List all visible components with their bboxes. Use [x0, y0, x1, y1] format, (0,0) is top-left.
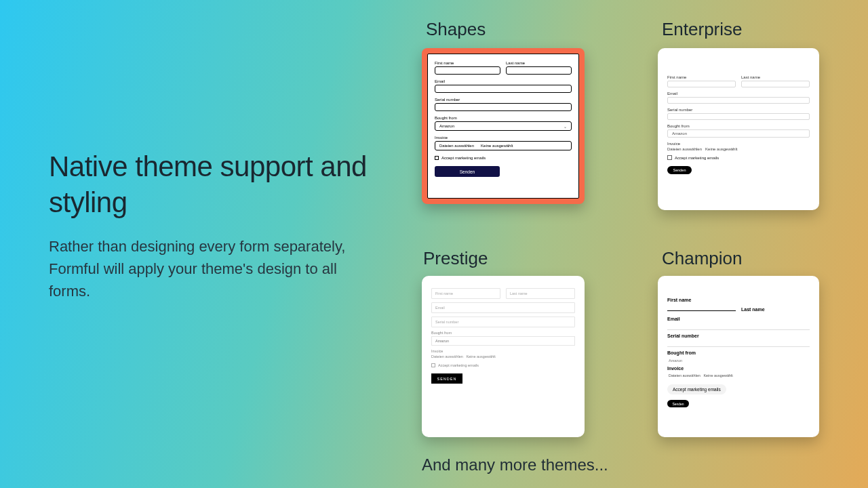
prestige-card: First name Last name Email Serial number… — [422, 276, 585, 437]
label-bought: Bought from — [435, 116, 572, 120]
bought-value: Amazon — [672, 131, 687, 136]
label-email: Email — [667, 315, 810, 323]
email-input[interactable]: Email — [431, 302, 575, 313]
invoice-file-input[interactable]: Dateien auswählen Keine ausgewählt — [667, 372, 810, 382]
serial-input[interactable] — [435, 103, 572, 111]
file-none-label: Keine ausgewählt — [703, 373, 732, 378]
marketing-checkbox[interactable]: Accept marketing emails — [667, 155, 810, 160]
more-themes-text: And many more themes... — [422, 455, 608, 474]
marketing-label: Accept marketing emails — [673, 387, 721, 392]
subheadline: Rather than designing every form separat… — [49, 235, 374, 302]
send-button[interactable]: SENDEN — [431, 373, 462, 384]
email-input[interactable] — [667, 323, 810, 330]
label-first: First name — [667, 75, 736, 79]
label-last: Last name — [741, 75, 810, 79]
first-name-input[interactable] — [435, 66, 500, 75]
label-serial: Serial number — [667, 332, 810, 340]
serial-input[interactable] — [667, 113, 810, 120]
label-invoice: Invoice — [667, 365, 810, 372]
enterprise-card: First name Last name Email Serial number… — [658, 48, 819, 210]
file-button-label: Dateien auswählen — [439, 144, 474, 148]
file-none-label: Keine ausgewählt — [481, 144, 513, 148]
first-name-input[interactable]: First name — [431, 288, 500, 299]
theme-title-champion: Champion — [662, 248, 743, 269]
invoice-file-input[interactable]: Dateien auswählen Keine ausgewählt — [435, 141, 572, 150]
invoice-file-input[interactable]: Dateien auswählen Keine ausgewählt — [667, 147, 810, 151]
label-email: Email — [667, 92, 810, 96]
last-name-input[interactable] — [506, 66, 572, 75]
label-first: First name — [435, 61, 500, 65]
checkbox-icon — [435, 156, 439, 160]
invoice-file-input[interactable]: Dateien auswählen Keine ausgewählt — [431, 354, 575, 359]
marketing-label: Accept marketing emails — [441, 156, 486, 160]
send-button[interactable]: Senden — [667, 400, 689, 407]
file-button-label: Dateien auswählen — [667, 147, 702, 151]
file-button-label: Dateien auswählen — [431, 354, 463, 359]
marketing-label: Accept marketing emails — [675, 156, 719, 160]
email-input[interactable] — [667, 97, 810, 104]
label-invoice: Invoice — [431, 349, 575, 353]
label-invoice: Invoice — [435, 136, 572, 140]
first-name-input[interactable] — [667, 304, 736, 311]
file-button-label: Dateien auswählen — [669, 373, 701, 378]
marketing-checkbox[interactable]: Accept marketing emails — [435, 156, 572, 160]
marketing-checkbox[interactable]: Accept marketing emails — [667, 384, 726, 394]
marketing-copy: Native theme support and styling Rather … — [49, 149, 374, 302]
theme-title-enterprise: Enterprise — [662, 19, 743, 40]
label-bought: Bought from — [667, 124, 810, 128]
last-name-input[interactable] — [741, 81, 810, 87]
label-serial: Serial number — [435, 98, 572, 102]
bought-select[interactable]: Amazon — [667, 357, 810, 365]
label-bought: Bought from — [431, 331, 575, 335]
bought-select[interactable]: Amazon ⌄ — [435, 121, 572, 131]
checkbox-icon — [667, 155, 672, 160]
marketing-label: Accept marketing emails — [438, 363, 479, 367]
label-invoice: Invoice — [667, 142, 810, 146]
last-name-input[interactable]: Last name — [506, 288, 575, 299]
send-button[interactable]: Senden — [667, 166, 692, 174]
label-last: Last name — [506, 61, 572, 65]
bought-select[interactable]: Amazon — [431, 336, 575, 346]
bought-select[interactable]: Amazon — [667, 129, 810, 138]
marketing-checkbox[interactable]: Accept marketing emails — [431, 363, 575, 367]
label-serial: Serial number — [667, 108, 810, 112]
chevron-down-icon: ⌄ — [564, 124, 567, 129]
file-none-label: Keine ausgewählt — [705, 147, 737, 151]
label-first: First name — [667, 296, 736, 304]
email-input[interactable] — [435, 85, 572, 93]
label-bought: Bought from — [667, 349, 810, 357]
send-button[interactable]: Senden — [435, 166, 500, 177]
label-email: Email — [435, 79, 572, 83]
headline: Native theme support and styling — [49, 149, 374, 220]
label-last: Last name — [741, 306, 765, 313]
shapes-form: First name Last name Email Serial number… — [427, 54, 579, 199]
theme-title-shapes: Shapes — [426, 19, 486, 40]
serial-input[interactable] — [667, 340, 810, 347]
theme-title-prestige: Prestige — [423, 248, 488, 269]
champion-card: First name Last name Email Serial number… — [658, 276, 819, 437]
serial-input[interactable]: Serial number — [431, 317, 575, 327]
file-none-label: Keine ausgewählt — [466, 354, 495, 359]
bought-value: Amazon — [439, 124, 454, 128]
first-name-input[interactable] — [667, 81, 736, 87]
shapes-card: First name Last name Email Serial number… — [422, 48, 585, 204]
checkbox-icon — [431, 363, 435, 367]
